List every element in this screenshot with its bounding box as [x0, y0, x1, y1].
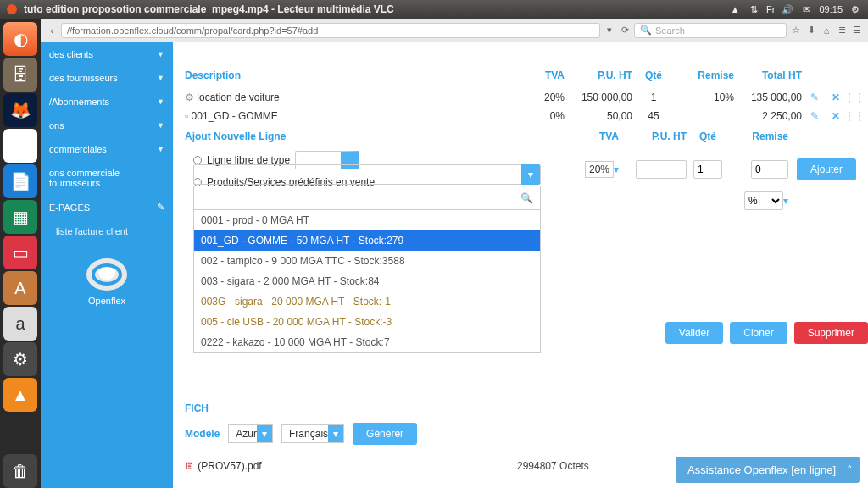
col-puht: P.U. HT: [565, 69, 632, 81]
radio-icon: [193, 156, 202, 164]
files-section-title: FICH: [185, 402, 856, 414]
row-remise: 10%: [675, 92, 734, 103]
combo-option-selected[interactable]: 001_GD - GOMME - 50 MGA HT - Stock:279: [194, 230, 540, 251]
valider-button[interactable]: Valider: [665, 322, 723, 344]
combo-field[interactable]: ▾: [193, 164, 541, 185]
star-icon[interactable]: ☆: [790, 25, 802, 36]
edit-icon[interactable]: ✎: [802, 110, 827, 122]
row-puht: 150 000,00: [565, 92, 632, 103]
grip-icon[interactable]: ⋮⋮: [844, 110, 856, 122]
window-close-dot[interactable]: [7, 4, 17, 14]
download-icon[interactable]: ⬇: [805, 25, 817, 36]
mail-icon[interactable]: ✉: [800, 3, 812, 15]
dock-amazon-icon[interactable]: a: [3, 307, 37, 341]
system-tray: ▲ ⇅ Fr 🔊 ✉ 09:15 ⚙: [729, 3, 861, 15]
col-description: Description: [185, 69, 514, 81]
dock-trash-icon[interactable]: 🗑: [3, 454, 37, 488]
remise-unit-select[interactable]: %: [744, 191, 783, 210]
live-chat-widget[interactable]: Assistance Openflex [en ligne] ˄: [676, 457, 860, 483]
dropdown-icon[interactable]: ▾: [604, 25, 615, 36]
generate-button[interactable]: Générer: [353, 423, 417, 445]
combo-option[interactable]: 003 - sigara - 2 000 MGA HT - Stock:84: [194, 271, 540, 291]
model-select[interactable]: Azur▾: [228, 424, 273, 443]
main-content: Description TVA P.U. HT Qté Remise Total…: [173, 42, 868, 488]
combo-option[interactable]: 0222 - kakazo - 10 000 MGA HT - Stock:7: [194, 332, 540, 352]
row-total: 2 250,00: [734, 110, 802, 122]
dock-software-icon[interactable]: A: [3, 271, 37, 305]
url-text: //formation.openflex.cloud/comm/propal/c…: [67, 25, 318, 36]
chevron-down-icon[interactable]: ▾: [521, 164, 540, 185]
dock-settings-icon[interactable]: ⚙: [3, 342, 37, 376]
file-name[interactable]: (PROV57).pdf: [198, 460, 261, 472]
dock-vlc-icon[interactable]: ▲: [3, 378, 37, 412]
service-icon: ⚙: [185, 92, 194, 103]
product-icon: ▫: [185, 110, 188, 122]
col-tva: TVA: [514, 69, 565, 81]
col-qte: Qté: [632, 69, 675, 81]
dock-calc-icon[interactable]: ▦: [3, 200, 37, 234]
sidebar-item-comm-fournisseurs[interactable]: ons commerciale fournisseurs: [41, 161, 173, 195]
bookmarks-icon[interactable]: ≣: [836, 25, 848, 36]
keyboard-indicator[interactable]: Fr: [766, 4, 775, 14]
combo-list: 0001 - prod - 0 MGA HT 001_GD - GOMME - …: [193, 210, 541, 353]
tva-select[interactable]: 20%: [585, 161, 614, 178]
combo-search[interactable]: 🔍: [193, 186, 541, 210]
sidebar-item-commerciales[interactable]: commerciales▼: [41, 137, 173, 161]
row-tva: 20%: [514, 92, 565, 103]
settings-gear-icon[interactable]: ⚙: [849, 3, 861, 15]
remise-input[interactable]: [751, 160, 788, 179]
back-icon[interactable]: ‹: [46, 25, 58, 36]
window-title: tuto edition proposotion commerciale_mpe…: [24, 3, 729, 15]
search-placeholder: Search: [655, 25, 685, 36]
puht-input[interactable]: [636, 160, 687, 179]
delete-icon[interactable]: ✕: [827, 110, 844, 122]
chevron-up-icon: ˄: [847, 463, 853, 476]
qte-input[interactable]: [693, 160, 722, 179]
sidebar-item-abonnements[interactable]: /Abonnements▼: [41, 90, 173, 114]
row-qte: 1: [632, 92, 675, 103]
dock-writer-icon[interactable]: 📄: [3, 164, 37, 198]
dock-chrome-icon[interactable]: ◉: [3, 129, 37, 163]
home-icon[interactable]: ⌂: [821, 25, 832, 36]
sidebar-item-clients[interactable]: des clients▼: [41, 42, 173, 66]
combo-option[interactable]: 005 - cle USB - 20 000 MGA HT - Stock:-3: [194, 312, 540, 332]
search-icon: 🔍: [520, 192, 533, 204]
dock-impress-icon[interactable]: ▭: [3, 236, 37, 269]
openflex-logo-icon: [86, 258, 127, 291]
combo-option[interactable]: 0001 - prod - 0 MGA HT: [194, 210, 540, 230]
launcher-dock: ◐ 🗄 🦊 ◉ 📄 ▦ ▭ A a ⚙ ▲ 🗑: [0, 19, 41, 488]
browser-search[interactable]: 🔍 Search: [634, 23, 787, 38]
row-puht: 50,00: [565, 110, 632, 122]
sidebar-item-fournisseurs[interactable]: des fournisseurs▼: [41, 66, 173, 90]
menu-icon[interactable]: ☰: [851, 25, 863, 36]
vlc-tray-icon[interactable]: ▲: [729, 3, 741, 15]
supprimer-button[interactable]: Supprimer: [794, 322, 868, 344]
chat-label: Assistance Openflex [en ligne]: [687, 463, 836, 476]
edit-icon[interactable]: ✎: [802, 92, 827, 103]
row-total: 135 000,00: [734, 92, 802, 103]
combo-option[interactable]: 002 - tampico - 9 000 MGA TTC - Stock:35…: [194, 251, 540, 271]
dock-dash-icon[interactable]: ◐: [3, 22, 37, 56]
grip-icon[interactable]: ⋮⋮: [844, 92, 856, 103]
delete-icon[interactable]: ✕: [827, 92, 844, 103]
sidebar-sub-liste-facture[interactable]: liste facture client: [41, 219, 173, 243]
browser-toolbar: ‹ //formation.openflex.cloud/comm/propal…: [41, 19, 868, 42]
dock-firefox-icon[interactable]: 🦊: [3, 93, 37, 127]
lang-select[interactable]: Français▾: [281, 424, 344, 443]
dock-files-icon[interactable]: 🗄: [3, 58, 37, 92]
file-size: 2994807 Octets: [517, 460, 687, 472]
sidebar-item-epages[interactable]: E-PAGES✎: [41, 195, 173, 219]
add-button[interactable]: Ajouter: [797, 158, 856, 180]
network-icon[interactable]: ⇅: [748, 3, 760, 15]
url-bar[interactable]: //formation.openflex.cloud/comm/propal/c…: [61, 23, 600, 38]
reload-icon[interactable]: ⟳: [619, 25, 631, 36]
line-item-row: ⚙ location de voiture 20% 150 000,00 1 1…: [185, 88, 856, 107]
pencil-icon: ✎: [157, 202, 164, 213]
col-total: Total HT: [734, 69, 802, 81]
os-menubar: tuto edition proposotion commerciale_mpe…: [0, 0, 868, 19]
sidebar-item-ons[interactable]: ons▼: [41, 114, 173, 137]
col-remise: Remise: [675, 69, 734, 81]
combo-option[interactable]: 003G - sigara - 20 000 MGA HT - Stock:-1: [194, 291, 540, 312]
cloner-button[interactable]: Cloner: [730, 322, 787, 344]
sound-icon[interactable]: 🔊: [782, 3, 793, 15]
